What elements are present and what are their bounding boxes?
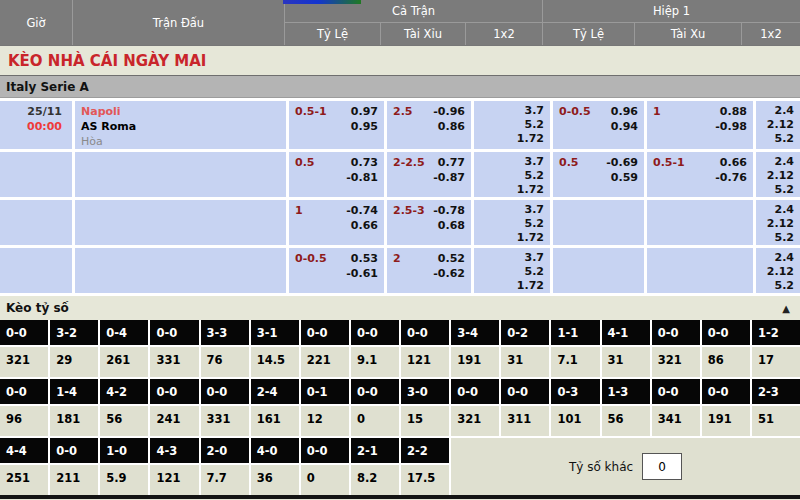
score-odds-cell[interactable]: 121	[401, 347, 449, 377]
odds-value[interactable]: 5.2	[756, 183, 794, 197]
odds-value[interactable]: 2.4	[756, 155, 794, 169]
score-odds-cell[interactable]: 86	[702, 347, 750, 377]
score-cell[interactable]: 0-3	[551, 379, 599, 404]
score-cell[interactable]: 4-0	[251, 438, 299, 463]
odds-value[interactable]: 2.12	[756, 169, 794, 183]
ft-1x2-cell[interactable]: 3.7 5.2 1.72	[474, 101, 550, 149]
score-cell[interactable]: 0-0	[150, 320, 198, 345]
odds-value[interactable]: 5.2	[756, 231, 794, 245]
ft-1x2-cell[interactable]: 3.7 5.2 1.72	[474, 248, 550, 293]
odds-value[interactable]: 2.4	[756, 251, 794, 265]
odds-value[interactable]: 0.86	[433, 119, 465, 134]
score-cell[interactable]: 0-0	[351, 320, 399, 345]
score-odds-cell[interactable]: 121	[150, 465, 198, 495]
h1-over-under-cell[interactable]: 1 0.88 -0.98	[647, 101, 753, 149]
odds-value[interactable]: 1.72	[474, 183, 544, 197]
score-odds-cell[interactable]: 321	[451, 406, 499, 436]
score-odds-cell[interactable]: 191	[451, 347, 499, 377]
score-cell[interactable]: 0-0	[652, 379, 700, 404]
score-odds-cell[interactable]: 0	[351, 406, 399, 436]
odds-value[interactable]: 5.2	[756, 279, 794, 293]
collapse-arrow-icon[interactable]: ▲	[782, 303, 790, 314]
odds-value[interactable]: 0.94	[611, 119, 638, 134]
score-odds-cell[interactable]: 51	[752, 406, 800, 436]
odds-value[interactable]: 5.2	[474, 265, 544, 279]
league-header[interactable]: Italy Serie A	[0, 75, 800, 98]
score-cell[interactable]: 1-2	[752, 320, 800, 345]
score-cell[interactable]: 0-0	[201, 379, 249, 404]
score-odds-cell[interactable]: 15	[401, 406, 449, 436]
score-cell[interactable]: 0-0	[301, 320, 349, 345]
score-cell[interactable]: 0-0	[150, 379, 198, 404]
odds-value[interactable]: 0.73	[346, 155, 378, 170]
score-cell[interactable]: 1-4	[50, 379, 98, 404]
score-odds-cell[interactable]: 14.5	[251, 347, 299, 377]
odds-value[interactable]: 2.4	[756, 203, 794, 217]
odds-value[interactable]: 3.7	[474, 155, 544, 169]
score-odds-cell[interactable]: 321	[0, 347, 48, 377]
score-cell[interactable]: 0-0	[702, 379, 750, 404]
odds-value[interactable]: -0.87	[433, 170, 465, 185]
score-odds-cell[interactable]: 0	[301, 465, 349, 495]
score-cell[interactable]: 0-0	[401, 320, 449, 345]
score-odds-cell[interactable]: 311	[501, 406, 549, 436]
score-cell[interactable]: 3-0	[401, 379, 449, 404]
odds-value[interactable]: -0.61	[346, 266, 378, 281]
odds-value[interactable]: 2.12	[756, 265, 794, 279]
score-cell[interactable]: 0-0	[0, 379, 48, 404]
odds-value[interactable]: 5.2	[756, 132, 794, 146]
ft-handicap-cell[interactable]: 0-0.5 0.53 -0.61	[289, 248, 384, 293]
score-cell[interactable]: 0-0	[301, 438, 349, 463]
score-cell[interactable]: 0-2	[501, 320, 549, 345]
ft-over-under-cell[interactable]: 2 0.52 -0.62	[387, 248, 471, 293]
score-cell[interactable]: 3-4	[451, 320, 499, 345]
odds-value[interactable]: -0.62	[433, 266, 465, 281]
odds-value[interactable]: 0.53	[346, 251, 378, 266]
odds-value[interactable]: 0.96	[611, 104, 638, 119]
score-odds-cell[interactable]: 331	[150, 347, 198, 377]
score-cell[interactable]: 4-3	[150, 438, 198, 463]
odds-value[interactable]: -0.74	[346, 203, 378, 218]
ft-handicap-cell[interactable]: 0.5 0.73 -0.81	[289, 152, 384, 197]
odds-value[interactable]: 5.2	[474, 118, 544, 132]
score-odds-cell[interactable]: 211	[50, 465, 98, 495]
score-odds-cell[interactable]: 161	[251, 406, 299, 436]
score-cell[interactable]: 3-1	[251, 320, 299, 345]
score-odds-cell[interactable]: 341	[652, 406, 700, 436]
score-odds-cell[interactable]: 8.2	[351, 465, 399, 495]
odds-value[interactable]: 1.72	[474, 231, 544, 245]
odds-value[interactable]: 3.7	[474, 104, 544, 118]
score-cell[interactable]: 2-2	[401, 438, 449, 463]
score-cell[interactable]: 0-0	[451, 379, 499, 404]
h1-handicap-cell[interactable]: 0.5 -0.69 0.59	[553, 152, 644, 197]
odds-value[interactable]: 0.66	[346, 218, 378, 233]
score-cell[interactable]: 0-0	[652, 320, 700, 345]
odds-value[interactable]: 0.52	[433, 251, 465, 266]
score-odds-cell[interactable]: 36	[251, 465, 299, 495]
score-cell[interactable]: 0-0	[351, 379, 399, 404]
score-odds-cell[interactable]: 29	[50, 347, 98, 377]
ft-handicap-cell[interactable]: 0.5-1 0.97 0.95	[289, 101, 384, 149]
odds-value[interactable]: -0.81	[346, 170, 378, 185]
score-cell[interactable]: 1-0	[100, 438, 148, 463]
odds-value[interactable]: -0.78	[433, 203, 465, 218]
ft-over-under-cell[interactable]: 2.5-3 -0.78 0.68	[387, 200, 471, 245]
h1-over-under-cell[interactable]: 0.5-1 0.66 -0.76	[647, 152, 753, 197]
ft-over-under-cell[interactable]: 2.5 -0.96 0.86	[387, 101, 471, 149]
score-odds-cell[interactable]: 7.1	[551, 347, 599, 377]
odds-value[interactable]: -0.69	[606, 155, 638, 170]
odds-value[interactable]: -0.98	[715, 119, 747, 134]
score-odds-cell[interactable]: 56	[100, 406, 148, 436]
score-odds-cell[interactable]: 241	[150, 406, 198, 436]
odds-value[interactable]: 5.2	[474, 217, 544, 231]
h1-1x2-cell[interactable]: 2.4 2.12 5.2	[756, 248, 800, 293]
score-cell[interactable]: 3-3	[201, 320, 249, 345]
ft-1x2-cell[interactable]: 3.7 5.2 1.72	[474, 200, 550, 245]
h1-1x2-cell[interactable]: 2.4 2.12 5.2	[756, 101, 800, 149]
h1-handicap-cell[interactable]: 0-0.5 0.96 0.94	[553, 101, 644, 149]
score-odds-cell[interactable]: 331	[201, 406, 249, 436]
odds-value[interactable]: 0.59	[606, 170, 638, 185]
score-cell[interactable]: 0-4	[100, 320, 148, 345]
score-cell[interactable]: 3-2	[50, 320, 98, 345]
score-odds-cell[interactable]: 221	[301, 347, 349, 377]
